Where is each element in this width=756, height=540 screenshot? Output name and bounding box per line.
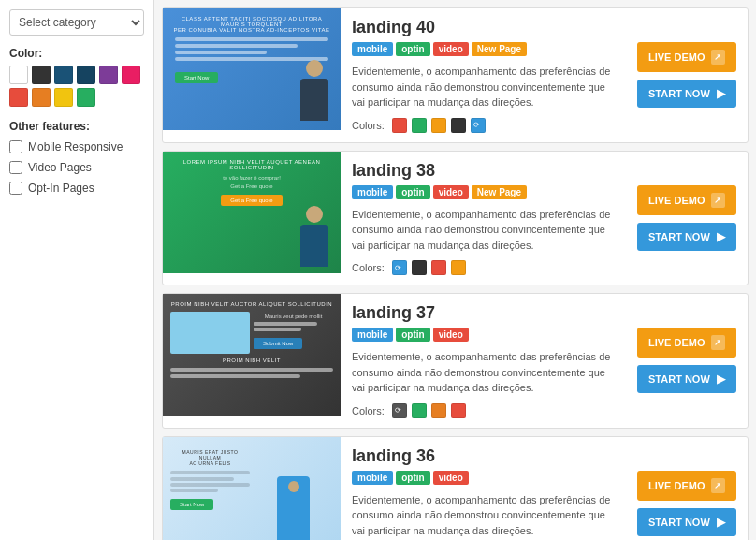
card-desc-37: Evidentemente, o acompanhamento das pref…	[352, 349, 615, 396]
color-dot-scroll[interactable]: ⟳	[471, 118, 486, 133]
color-dot[interactable]	[392, 118, 407, 133]
card-actions-38: LIVE DEMO ↗ START NOW ▶	[626, 152, 748, 285]
card-actions-37: LIVE DEMO ↗ START NOW ▶	[626, 294, 748, 428]
colors-label-37: Colors:	[352, 405, 385, 416]
card-colors-40: Colors: ⟳	[352, 118, 615, 133]
color-filter-section: Color:	[9, 47, 144, 107]
color-dot[interactable]	[451, 403, 466, 418]
landing-card-38: LOREM IPSUM NIBH VELIT AUQUET AENEANSOLL…	[162, 151, 749, 286]
card-desc-38: Evidentemente, o acompanhamento das pref…	[352, 207, 615, 254]
tags-36: mobile optin video	[352, 471, 615, 485]
external-link-icon: ↗	[711, 193, 725, 208]
color-swatch-yellow[interactable]	[54, 88, 73, 107]
card-info-38: landing 38 mobile optin video New Page E…	[341, 152, 626, 285]
optin-pages-checkbox[interactable]	[9, 182, 22, 195]
mobile-responsive-checkbox[interactable]	[9, 140, 22, 153]
thumbnail-38: LOREM IPSUM NIBH VELIT AUQUET AENEANSOLL…	[163, 152, 341, 273]
color-dot[interactable]	[451, 118, 466, 133]
card-title-36: landing 36	[352, 446, 615, 466]
colors-label-38: Colors:	[352, 262, 385, 273]
card-desc-36: Evidentemente, o acompanhamento das pref…	[352, 492, 615, 539]
color-swatch-green[interactable]	[77, 88, 95, 107]
color-swatches	[9, 66, 144, 107]
color-dot[interactable]	[431, 260, 446, 275]
landing-card-37: PROIM NIBH VELIT AUCTOR ALIQUET SOLLICIT…	[162, 293, 749, 429]
other-features-label: Other features:	[9, 120, 144, 133]
main-content: CLASS APTENT TACITI SOCIOSQU AD LITORA M…	[154, 0, 756, 540]
card-info-40: landing 40 mobile optin video New Page E…	[341, 8, 626, 142]
mobile-responsive-label: Mobile Responsive	[28, 140, 123, 153]
arrow-right-icon: ▶	[717, 87, 725, 100]
card-title-37: landing 37	[352, 303, 615, 323]
card-actions-36: LIVE DEMO ↗ START NOW ▶	[626, 437, 748, 541]
start-now-button-37[interactable]: START NOW ▶	[637, 365, 736, 393]
tags-38: mobile optin video New Page	[352, 185, 615, 199]
arrow-right-icon: ▶	[717, 372, 725, 386]
tag-mobile: mobile	[352, 42, 393, 56]
thumbnail-40: CLASS APTENT TACITI SOCIOSQU AD LITORA M…	[163, 8, 341, 130]
tag-mobile: mobile	[352, 328, 393, 342]
color-swatch-pink[interactable]	[122, 66, 140, 84]
color-dot[interactable]	[412, 403, 427, 418]
color-dot[interactable]	[412, 260, 427, 275]
tags-37: mobile optin video	[352, 328, 615, 342]
tag-newpage: New Page	[472, 42, 527, 56]
video-pages-option[interactable]: Video Pages	[9, 161, 144, 174]
color-dot[interactable]	[431, 403, 446, 418]
color-swatch-darkblue[interactable]	[54, 66, 73, 84]
sidebar: Select category Color: Other features: M…	[0, 0, 154, 540]
category-select[interactable]: Select category	[9, 9, 144, 36]
color-swatch-white[interactable]	[9, 66, 28, 84]
optin-pages-option[interactable]: Opt-In Pages	[9, 182, 144, 195]
card-colors-38: Colors: ⟳	[352, 260, 615, 275]
card-actions-40: LIVE DEMO ↗ START NOW ▶	[626, 8, 748, 142]
live-demo-button-38[interactable]: LIVE DEMO ↗	[637, 185, 736, 215]
card-title-38: landing 38	[352, 161, 615, 181]
color-swatch-purple[interactable]	[99, 66, 118, 84]
tag-video: video	[433, 328, 469, 342]
external-link-icon: ↗	[711, 335, 725, 350]
landing-card-40: CLASS APTENT TACITI SOCIOSQU AD LITORA M…	[162, 7, 749, 143]
optin-pages-label: Opt-In Pages	[28, 182, 94, 195]
start-now-button-38[interactable]: START NOW ▶	[637, 223, 736, 251]
card-info-36: landing 36 mobile optin video Evidenteme…	[341, 437, 626, 541]
other-features-section: Other features: Mobile Responsive Video …	[9, 120, 144, 195]
card-title-40: landing 40	[352, 18, 615, 37]
color-swatch-navy[interactable]	[77, 66, 95, 84]
card-colors-37: Colors: ⟳	[352, 403, 615, 418]
start-now-button-40[interactable]: START NOW ▶	[637, 80, 736, 108]
video-pages-label: Video Pages	[28, 161, 92, 174]
external-link-icon: ↗	[711, 50, 725, 65]
thumbnail-37: PROIM NIBH VELIT AUCTOR ALIQUET SOLLICIT…	[163, 294, 341, 416]
external-link-icon: ↗	[711, 478, 725, 493]
card-info-37: landing 37 mobile optin video Evidenteme…	[341, 294, 626, 428]
landing-card-36: MAURIS ERAT JUSTO NULLAMAC URNA FELIS St…	[162, 436, 749, 541]
video-pages-checkbox[interactable]	[9, 161, 22, 174]
color-swatch-black[interactable]	[32, 66, 51, 84]
mobile-responsive-option[interactable]: Mobile Responsive	[9, 140, 144, 153]
live-demo-button-40[interactable]: LIVE DEMO ↗	[637, 42, 736, 72]
tag-mobile: mobile	[352, 471, 393, 485]
color-dot-scroll[interactable]: ⟳	[392, 403, 407, 418]
color-swatch-red[interactable]	[9, 88, 28, 107]
start-now-button-36[interactable]: START NOW ▶	[637, 508, 736, 536]
color-swatch-orange[interactable]	[32, 88, 51, 107]
tag-optin: optin	[396, 42, 429, 56]
tag-newpage: New Page	[472, 185, 527, 199]
tag-video: video	[433, 471, 469, 485]
color-dot[interactable]	[431, 118, 446, 133]
color-label: Color:	[9, 47, 144, 60]
tags-40: mobile optin video New Page	[352, 42, 615, 56]
colors-label-40: Colors:	[352, 120, 385, 131]
live-demo-button-36[interactable]: LIVE DEMO ↗	[637, 471, 736, 501]
thumbnail-36: MAURIS ERAT JUSTO NULLAMAC URNA FELIS St…	[163, 437, 341, 541]
tag-video: video	[433, 42, 469, 56]
color-dot-scroll[interactable]: ⟳	[392, 260, 407, 275]
tag-optin: optin	[396, 185, 429, 199]
arrow-right-icon: ▶	[717, 230, 725, 243]
card-desc-40: Evidentemente, o acompanhamento das pref…	[352, 64, 615, 110]
color-dot[interactable]	[412, 118, 427, 133]
color-dot[interactable]	[451, 260, 466, 275]
live-demo-button-37[interactable]: LIVE DEMO ↗	[637, 328, 736, 358]
tag-optin: optin	[396, 471, 429, 485]
